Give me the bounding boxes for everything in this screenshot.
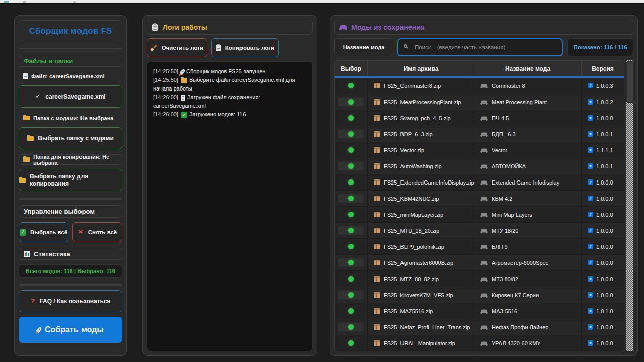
selected-dot-icon[interactable] <box>348 276 354 282</box>
row-version-cell[interactable]: 1.0.0.0 <box>582 191 624 206</box>
column-header-select[interactable]: Выбор <box>335 61 368 76</box>
table-row[interactable]: FS25_MAZ5516.zip МАЗ-5516 1.0.1.0 <box>335 303 624 319</box>
row-select-cell[interactable] <box>335 110 368 126</box>
row-modname-cell[interactable]: МТУ 18/20 <box>474 223 582 238</box>
row-modname-cell[interactable]: Mini Map Layers <box>474 207 582 222</box>
row-modname-cell[interactable]: БДП - 6.3 <box>474 126 582 142</box>
row-version-cell[interactable]: 1.0.0.0 <box>582 255 624 270</box>
faq-button[interactable]: FAQ / Как пользоваться <box>19 290 122 312</box>
row-modname-cell[interactable]: Meat Processing Plant <box>474 94 582 110</box>
row-select-cell[interactable] <box>335 271 368 287</box>
row-archive-cell[interactable]: FS25_MeatProcessingPlant.zip <box>368 94 474 110</box>
filter-field-selector[interactable]: Название мода <box>334 38 393 56</box>
column-header-archive[interactable]: Имя архива <box>368 61 474 76</box>
table-row[interactable]: FS25_Nefaz_Profi_Liner_Trans.zip Нефаз П… <box>335 319 624 335</box>
row-modname-cell[interactable]: МТЗ 80/82 <box>474 271 582 287</box>
table-row[interactable]: FS25_MeatProcessingPlant.zip Meat Proces… <box>335 94 624 110</box>
table-row[interactable]: FS25_kirovetsK7M_VFS.zip Кировец К7 Сери… <box>335 287 624 303</box>
selected-dot-icon[interactable] <box>348 340 354 346</box>
table-row[interactable]: FS25_ExtendedGameInfoDisplay.zip Extende… <box>335 174 624 191</box>
selected-dot-icon[interactable] <box>348 83 354 88</box>
table-row[interactable]: FS25_miniMapLayer.zip Mini Map Layers 1.… <box>335 207 624 223</box>
row-version-cell[interactable]: 1.0.0.0 <box>582 110 624 126</box>
selected-dot-icon[interactable] <box>348 179 354 185</box>
row-select-cell[interactable] <box>335 303 368 319</box>
row-modname-cell[interactable]: АВТОМОЙКА <box>474 158 582 174</box>
row-select-cell[interactable] <box>335 223 368 238</box>
selected-dot-icon[interactable] <box>348 131 354 137</box>
row-modname-cell[interactable]: Vector <box>474 142 582 158</box>
row-select-cell[interactable] <box>335 191 368 206</box>
selected-dot-icon[interactable] <box>348 260 354 265</box>
row-archive-cell[interactable]: FS25_Vector.zip <box>368 142 474 158</box>
row-modname-cell[interactable]: КВМ 4.2 <box>474 191 582 206</box>
row-archive-cell[interactable]: FS25_Agromaster6000B.zip <box>368 255 474 270</box>
row-select-cell[interactable] <box>335 335 368 351</box>
row-version-cell[interactable]: 1.0.0.0 <box>582 287 624 303</box>
row-archive-cell[interactable]: FS25_kirovetsK7M_VFS.zip <box>368 287 474 303</box>
row-version-cell[interactable]: 1.0.0.3 <box>582 78 624 94</box>
row-modname-cell[interactable]: Нефаз Профи Лайнер <box>474 319 582 335</box>
row-archive-cell[interactable]: FS25_MTZ_80_82.zip <box>368 271 474 287</box>
row-select-cell[interactable] <box>335 255 368 270</box>
selected-dot-icon[interactable] <box>348 212 354 217</box>
row-modname-cell[interactable]: ПЧ-4.5 <box>474 110 582 126</box>
row-version-cell[interactable]: 1.0.0.2 <box>582 94 624 110</box>
row-archive-cell[interactable]: FS25_AutoWashing.zip <box>368 158 474 174</box>
row-select-cell[interactable] <box>335 239 368 254</box>
clear-logs-button[interactable]: Очистить логи <box>147 38 207 57</box>
row-select-cell[interactable] <box>335 207 368 222</box>
selected-dot-icon[interactable] <box>348 115 354 121</box>
selected-dot-icon[interactable] <box>348 228 354 233</box>
row-modname-cell[interactable]: МАЗ-5516 <box>474 303 582 319</box>
row-archive-cell[interactable]: FS25_BLP9_pololnik.zip <box>368 239 474 254</box>
row-archive-cell[interactable]: FS25_Nefaz_Profi_Liner_Trans.zip <box>368 319 474 335</box>
table-row[interactable]: FS25_BLP9_pololnik.zip БЛП 9 1.0.0.0 <box>335 239 624 255</box>
selected-dot-icon[interactable] <box>348 196 354 201</box>
select-mods-folder-button[interactable]: Выбрать папку с модами <box>19 127 122 149</box>
row-version-cell[interactable]: 1.0.0.0 <box>582 174 624 190</box>
table-row[interactable]: FS25_Svarog_pch_4_5.zip ПЧ-4.5 1.0.0.0 <box>335 110 624 126</box>
row-archive-cell[interactable]: FS25_Cornmaster8.zip <box>368 78 474 94</box>
column-header-modname[interactable]: Название мода <box>474 61 582 76</box>
row-version-cell[interactable]: 1.0.0.1 <box>582 158 624 174</box>
row-select-cell[interactable] <box>335 174 368 190</box>
row-select-cell[interactable] <box>335 158 368 174</box>
table-row[interactable]: FS25_MTU_18_20.zip МТУ 18/20 1.0.0.0 <box>335 223 624 239</box>
row-version-cell[interactable]: 1.0.0.0 <box>582 207 624 222</box>
row-archive-cell[interactable]: FS25_URAL_Manipulator.zip <box>368 335 474 351</box>
selected-dot-icon[interactable] <box>348 308 354 314</box>
table-row[interactable]: FS25_BDP_6_3.zip БДП - 6.3 1.0.0.1 <box>335 126 624 142</box>
table-row[interactable]: FS25_URAL_Manipulator.zip УРАЛ 4320-60 К… <box>335 335 624 351</box>
table-row[interactable]: FS25_AutoWashing.zip АВТОМОЙКА 1.0.0.1 <box>335 158 624 174</box>
selected-dot-icon[interactable] <box>348 99 354 105</box>
row-version-cell[interactable]: 1.1.1.1 <box>582 142 624 158</box>
select-all-button[interactable]: Выбрать всё <box>19 222 68 242</box>
selected-dot-icon[interactable] <box>348 324 354 330</box>
selected-dot-icon[interactable] <box>348 292 354 298</box>
table-scrollbar[interactable] <box>626 60 633 351</box>
row-version-cell[interactable]: 1.0.1.0 <box>582 303 624 319</box>
row-archive-cell[interactable]: FS25_miniMapLayer.zip <box>368 207 474 222</box>
log-output[interactable]: [14:25:50]Сборщик модов FS25 запущен [14… <box>147 61 313 351</box>
select-copy-folder-button[interactable]: Выбрать папку для копирования <box>19 169 122 191</box>
row-modname-cell[interactable]: БЛП 9 <box>474 239 582 254</box>
savegame-file-button[interactable]: careerSavegame.xml <box>19 85 122 108</box>
row-version-cell[interactable]: 1.0.0.0 <box>582 319 624 335</box>
copy-logs-button[interactable]: Копировать логи <box>211 38 279 57</box>
row-version-cell[interactable]: 1.0.0.1 <box>582 126 624 142</box>
selected-dot-icon[interactable] <box>348 147 354 153</box>
row-select-cell[interactable] <box>335 319 368 335</box>
collect-mods-button[interactable]: Собрать моды <box>19 317 122 343</box>
row-archive-cell[interactable]: FS25_MAZ5516.zip <box>368 303 474 319</box>
scrollbar-thumb[interactable] <box>626 61 633 103</box>
row-select-cell[interactable] <box>335 94 368 110</box>
table-row[interactable]: FS25_Agromaster6000B.zip Агромастер-6000… <box>335 255 624 271</box>
row-version-cell[interactable]: 1.0.0.0 <box>582 239 624 254</box>
search-input[interactable] <box>397 38 563 56</box>
row-version-cell[interactable]: 1.0.0.0 <box>582 223 624 238</box>
row-modname-cell[interactable]: УРАЛ 4320-60 КМУ <box>474 335 582 351</box>
row-version-cell[interactable]: 1.0.0.0 <box>582 271 624 287</box>
selected-dot-icon[interactable] <box>348 163 354 169</box>
row-modname-cell[interactable]: Кировец К7 Серии <box>474 287 582 303</box>
